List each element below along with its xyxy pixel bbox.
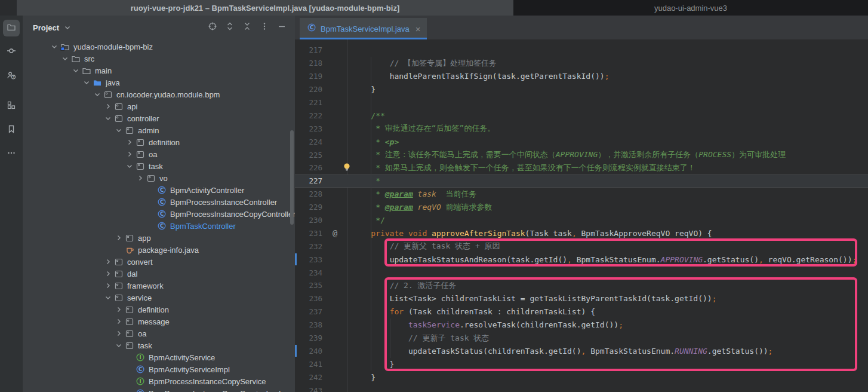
code-line[interactable]: 232 // 更新父 task 状态 + 原因 <box>295 240 868 253</box>
select-opened-file-button[interactable] <box>207 22 218 33</box>
code-line[interactable]: 225 * 注意：该任务不能马上完成，需要一个中间状态（APPROVING），并… <box>295 148 868 161</box>
chevron-down-icon[interactable] <box>114 125 124 135</box>
options-button[interactable] <box>258 22 270 33</box>
chevron-right-icon[interactable] <box>103 257 113 267</box>
tree-item[interactable]: definition <box>23 304 295 316</box>
code-line[interactable]: 220 } <box>295 83 868 96</box>
chevron-down-icon[interactable] <box>60 54 70 63</box>
tree-item[interactable]: definition <box>23 136 295 148</box>
activity-bar-item-project[interactable] <box>3 20 20 36</box>
code-line[interactable]: 229 * @param reqVO 前端请求参数 <box>295 201 868 214</box>
chevron-down-icon[interactable] <box>114 341 124 350</box>
code-line[interactable]: 228 * @param task 当前任务 <box>295 188 868 201</box>
tree-item[interactable]: IBpmActivityService <box>23 351 295 363</box>
code-line[interactable]: 218 // 【加签专属】处理加签任务 <box>295 57 868 70</box>
chevron-right-icon[interactable] <box>114 329 124 338</box>
code-line[interactable]: 243 <box>295 384 868 392</box>
tree-item[interactable]: task <box>23 339 295 351</box>
code-line[interactable]: 233 updateTaskStatusAndReason(task.getId… <box>295 253 868 266</box>
chevron-right-icon[interactable] <box>114 233 124 243</box>
code-line[interactable]: 238 taskService.resolveTask(childrenTask… <box>295 318 868 332</box>
scrollbar-thumb[interactable] <box>290 130 294 225</box>
tree-item[interactable]: CBpmProcessInstanceCopyServiceImpl <box>23 387 295 392</box>
project-panel-title[interactable]: Project <box>33 23 59 32</box>
code-line[interactable]: 242 } <box>295 370 868 384</box>
tree-item[interactable]: cn.iocoder.yudao.module.bpm <box>23 88 295 100</box>
tree-item[interactable]: src <box>23 53 295 65</box>
chevron-right-icon[interactable] <box>136 173 145 183</box>
tree-item[interactable]: controller <box>23 112 295 124</box>
tree-item[interactable]: CBpmActivityServiceImpl <box>23 363 295 375</box>
code-line[interactable]: 230 */ <box>295 214 868 227</box>
chevron-down-icon[interactable] <box>103 114 113 123</box>
chevron-right-icon[interactable] <box>125 137 134 147</box>
chevron-down-icon[interactable] <box>93 90 102 99</box>
code-line[interactable]: 239 // 更新子 task 状态 <box>295 332 868 345</box>
chevron-down-icon[interactable] <box>82 78 91 87</box>
code-line[interactable]: 237 for (Task childrenTask : childrenTas… <box>295 305 868 318</box>
tree-item[interactable]: CBpmProcessInstanceController <box>23 196 295 208</box>
chevron-down-icon[interactable] <box>103 293 113 302</box>
expand-all-button[interactable] <box>224 22 236 33</box>
at-annotation-icon[interactable]: @ <box>333 228 337 238</box>
chevron-right-icon[interactable] <box>103 102 113 111</box>
tree-item[interactable]: service <box>23 292 295 304</box>
code-line[interactable]: 226 * 如果马上完成，则会触发下一个任务，甚至如果没有下一个任务则流程实例就… <box>295 161 868 174</box>
tree-item[interactable]: CBpmActivityController <box>23 184 295 196</box>
code-editor[interactable]: 217218 // 【加签专属】处理加签任务219 handleParentTa… <box>295 39 868 392</box>
tree-item[interactable]: task <box>23 160 295 172</box>
package-icon <box>114 281 124 290</box>
code-line[interactable]: 241 } <box>295 357 868 370</box>
tree-item[interactable]: yudao-module-bpm-biz <box>23 41 295 53</box>
activity-bar-item-more-tool-windows[interactable] <box>3 146 20 163</box>
tree-item[interactable]: IBpmProcessInstanceCopyService <box>23 375 295 387</box>
inactive-window-title[interactable]: yudao-ui-admin-vue3 <box>513 0 868 16</box>
code-line[interactable]: 240 updateTaskStatus(childrenTask.getId(… <box>295 344 868 357</box>
activity-bar-item-commit[interactable] <box>3 44 20 60</box>
tree-item-label: admin <box>138 126 159 135</box>
chevron-right-icon[interactable] <box>125 149 134 159</box>
code-line[interactable]: 224 * <p> <box>295 135 868 148</box>
tree-item[interactable]: admin <box>23 124 295 136</box>
tree-item[interactable]: package-info.java <box>23 244 295 256</box>
lightbulb-icon[interactable] <box>343 163 351 173</box>
code-line[interactable]: 234 <box>295 266 868 279</box>
chevron-right-icon[interactable] <box>114 317 124 326</box>
tree-item[interactable]: dal <box>23 268 295 280</box>
hide-button[interactable] <box>276 22 288 33</box>
code-line[interactable]: 236 List<Task> childrenTaskList = getTas… <box>295 292 868 305</box>
activity-bar-item-bookmarks[interactable] <box>3 122 20 139</box>
tree-item[interactable]: main <box>23 65 295 76</box>
activity-bar-item-pull-requests[interactable]: ? <box>3 68 20 85</box>
code-line[interactable]: 223 * 审批通过存在“后加签”的任务。 <box>295 122 868 135</box>
chevron-right-icon[interactable] <box>114 305 124 314</box>
activity-bar-item-structure[interactable] <box>3 98 20 115</box>
close-icon[interactable]: × <box>415 24 421 33</box>
tree-item[interactable]: CBpmProcessInstanceCopyController <box>23 208 295 220</box>
tree-item[interactable]: convert <box>23 256 295 268</box>
chevron-right-icon[interactable] <box>103 281 113 290</box>
code-line[interactable]: 219 handleParentTaskIfSign(task.getParen… <box>295 70 868 83</box>
chevron-down-icon[interactable] <box>63 23 72 32</box>
code-line[interactable]: 217 <box>295 44 868 57</box>
tree-item[interactable]: message <box>23 316 295 327</box>
chevron-down-icon[interactable] <box>125 161 134 171</box>
code-line[interactable]: 231@ private void approveAfterSignTask(T… <box>295 226 868 240</box>
tree-item[interactable]: app <box>23 232 295 244</box>
editor-tab[interactable]: C BpmTaskServiceImpl.java × <box>300 18 427 39</box>
code-line[interactable]: 235 // 2. 激活子任务 <box>295 279 868 292</box>
code-line[interactable]: 221 <box>295 96 868 109</box>
tree-item[interactable]: oa <box>23 327 295 339</box>
chevron-down-icon[interactable] <box>50 42 59 51</box>
code-line[interactable]: 222 /** <box>295 109 868 122</box>
tree-item[interactable]: java <box>23 76 295 88</box>
tree-item[interactable]: vo <box>23 172 295 184</box>
tree-item[interactable]: framework <box>23 280 295 292</box>
tree-item[interactable]: CBpmTaskController <box>23 220 295 232</box>
tree-item[interactable]: api <box>23 100 295 112</box>
collapse-all-button[interactable] <box>241 22 253 33</box>
code-line[interactable]: 227 * <box>295 174 868 188</box>
tree-item[interactable]: oa <box>23 148 295 160</box>
chevron-down-icon[interactable] <box>71 66 81 75</box>
chevron-right-icon[interactable] <box>103 269 113 278</box>
